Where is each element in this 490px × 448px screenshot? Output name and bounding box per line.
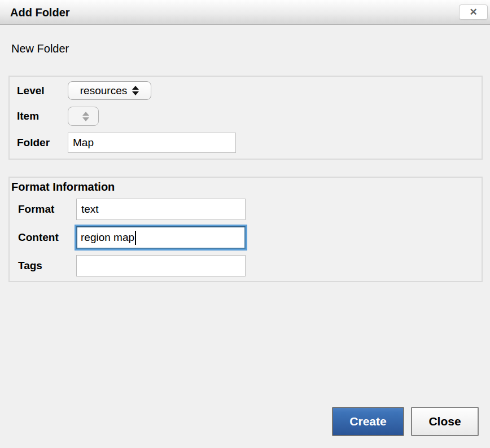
- folder-label: Folder: [17, 137, 68, 149]
- content-input-value: region map: [81, 231, 134, 244]
- content-input[interactable]: region map: [76, 226, 246, 249]
- folder-row: Folder: [17, 133, 482, 153]
- create-button[interactable]: Create: [332, 407, 404, 436]
- format-section: Format Information Format Content region…: [8, 177, 483, 282]
- item-select[interactable]: [68, 107, 99, 126]
- level-label: Level: [17, 85, 68, 97]
- select-arrows-icon: [132, 86, 139, 95]
- close-button-bottom[interactable]: Close: [411, 407, 479, 436]
- action-buttons: Create Close: [332, 407, 479, 436]
- format-label: Format: [18, 203, 76, 216]
- level-select-value: resources: [80, 85, 127, 97]
- format-input[interactable]: [76, 199, 246, 220]
- format-section-heading: Format Information: [11, 180, 482, 194]
- content-row: Content region map: [18, 226, 482, 249]
- new-folder-label: New Folder: [11, 42, 69, 55]
- content-label: Content: [18, 231, 76, 244]
- select-arrows-icon: [82, 112, 89, 121]
- tags-input[interactable]: [76, 255, 246, 276]
- item-label: Item: [17, 110, 68, 122]
- dialog-titlebar: Add Folder ✕: [0, 0, 490, 25]
- folder-input[interactable]: [68, 133, 236, 153]
- tags-row: Tags: [18, 255, 482, 276]
- level-row: Level resources: [17, 81, 482, 100]
- level-select[interactable]: resources: [68, 81, 151, 100]
- close-button[interactable]: ✕: [459, 5, 488, 20]
- dialog-title: Add Folder: [10, 6, 70, 19]
- close-icon: ✕: [469, 7, 477, 17]
- folder-section: Level resources Item Folder: [8, 76, 483, 160]
- tags-label: Tags: [18, 260, 76, 272]
- item-row: Item: [17, 107, 482, 126]
- format-row: Format: [18, 199, 482, 220]
- text-caret: [135, 231, 136, 245]
